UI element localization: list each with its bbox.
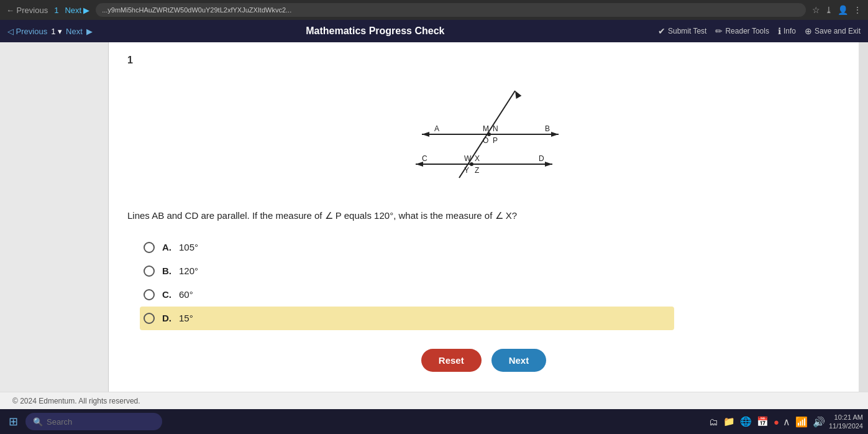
svg-text:P: P (493, 136, 498, 145)
search-bar[interactable]: 🔍 (25, 413, 162, 430)
reader-tools-button[interactable]: ✏ Reader Tools (715, 26, 769, 36)
svg-text:A: A (434, 124, 439, 133)
submit-icon: ✔ (658, 26, 665, 36)
choice-a-label: A. (162, 242, 171, 252)
svg-text:X: X (475, 154, 480, 163)
choice-a[interactable]: A. 105° (140, 236, 840, 259)
tray-arrow[interactable]: ∧ (783, 416, 790, 428)
choice-d-label: D. (162, 313, 171, 323)
main-container: 1 A B (0, 42, 868, 392)
svg-text:B: B (545, 124, 550, 133)
clock-date: 11/19/2024 (829, 422, 863, 430)
header-actions: ✔ Submit Test ✏ Reader Tools ℹ Info ⊕ Sa… (658, 26, 861, 36)
svg-text:N: N (493, 124, 498, 133)
svg-marker-7 (545, 162, 552, 167)
diagram-container: A B M N O P C D W X (127, 72, 840, 196)
choice-a-value: 105° (179, 242, 198, 252)
choice-b-label: B. (162, 265, 171, 276)
radio-d[interactable] (144, 313, 155, 324)
tray-wifi-icon[interactable]: 📶 (795, 416, 808, 428)
more-icon[interactable]: ⋮ (853, 5, 862, 15)
copyright-text: © 2024 Edmentum. All rights reserved. (12, 397, 140, 405)
tray-volume-icon[interactable]: 🔊 (813, 416, 825, 428)
browser-bar: ← Previous 1 Next ▶ ...y9mMi5hcHAuZWRtZW… (0, 0, 868, 20)
app-header: ◁ Previous 1 ▾ Next ▶ Mathematics Progre… (0, 20, 868, 42)
radio-c[interactable] (144, 289, 155, 300)
svg-marker-1 (512, 90, 521, 99)
prev-nav-button[interactable]: ← Previous (6, 6, 48, 15)
radio-b[interactable] (144, 265, 155, 277)
taskbar-folder-icon[interactable]: 📁 (723, 416, 735, 427)
user-icon[interactable]: 👤 (838, 5, 848, 15)
info-button[interactable]: ℹ Info (778, 26, 796, 36)
question-counter: 1 ▾ (51, 27, 62, 36)
search-icon: 🔍 (33, 417, 43, 427)
taskbar: ⊞ 🔍 🗂 📁 🌐 📅 ● ∧ 📶 🔊 10:21 AM 11/19/2024 (0, 409, 868, 434)
submit-label: Submit Test (668, 27, 706, 35)
taskbar-edge-icon[interactable]: 🌐 (740, 416, 752, 427)
header-nav: ◁ Previous 1 ▾ Next ▶ (7, 27, 93, 36)
next-button[interactable]: Next (491, 349, 547, 372)
next-button-header[interactable]: Next (66, 27, 83, 36)
left-panel (0, 42, 109, 392)
svg-marker-3 (422, 132, 429, 137)
content-area: 1 A B (109, 42, 859, 392)
svg-text:O: O (483, 136, 488, 145)
choice-b-value: 120° (179, 265, 198, 276)
reset-button[interactable]: Reset (421, 349, 482, 372)
button-row: Reset Next (127, 349, 840, 372)
svg-text:M: M (483, 124, 489, 133)
page-footer: © 2024 Edmentum. All rights reserved. (0, 392, 868, 409)
url-text: ...y9mMi5hcHAuZWRtZW50dW0uY29tL2xfYXJuZX… (102, 6, 291, 14)
browser-icons: ☆ ⤓ 👤 ⋮ (812, 5, 862, 15)
taskbar-file-icon[interactable]: 🗂 (709, 417, 718, 427)
geometry-diagram: A B M N O P C D W X (385, 72, 583, 196)
start-button[interactable]: ⊞ (5, 415, 22, 428)
answer-choices: A. 105° B. 120° C. 60° D. 15° (140, 236, 840, 330)
prev-button[interactable]: ◁ Previous (7, 27, 47, 36)
choice-b[interactable]: B. 120° (140, 259, 840, 283)
reader-icon: ✏ (715, 26, 723, 36)
download-icon[interactable]: ⤓ (825, 5, 833, 15)
choice-c-value: 60° (179, 289, 193, 300)
info-icon: ℹ (778, 26, 781, 36)
clock-time: 10:21 AM (829, 413, 863, 422)
next-nav-icon: ▶ (83, 6, 89, 15)
taskbar-calendar-icon[interactable]: 📅 (757, 416, 769, 427)
save-label: Save and Exit (815, 27, 861, 35)
submit-test-button[interactable]: ✔ Submit Test (658, 26, 706, 36)
taskbar-chrome-icon[interactable]: ● (774, 417, 779, 427)
svg-marker-4 (551, 132, 559, 137)
svg-text:W: W (464, 154, 472, 163)
choice-d-value: 15° (179, 313, 193, 323)
info-label: Info (783, 27, 796, 35)
right-panel (859, 42, 868, 392)
next-icon-header: ▶ (86, 27, 93, 36)
svg-text:C: C (422, 154, 427, 163)
svg-point-20 (487, 132, 491, 136)
taskbar-system-icons: 🗂 📁 🌐 📅 ● (709, 416, 779, 427)
star-icon[interactable]: ☆ (812, 5, 820, 15)
radio-a[interactable] (144, 242, 155, 253)
reader-label: Reader Tools (725, 27, 769, 35)
next-nav-button[interactable]: Next ▶ (65, 6, 89, 15)
question-num-nav: 1 (54, 6, 58, 15)
page-title: Mathematics Progress Check (93, 25, 658, 37)
url-bar[interactable]: ...y9mMi5hcHAuZWRtZW50dW0uY29tL2xfYXJuZX… (96, 3, 806, 17)
svg-point-21 (470, 162, 473, 166)
taskbar-clock: 10:21 AM 11/19/2024 (829, 413, 863, 431)
taskbar-tray: ∧ 📶 🔊 (783, 416, 825, 428)
question-number: 1 (127, 55, 840, 66)
save-exit-button[interactable]: ⊕ Save and Exit (805, 26, 861, 36)
question-text: Lines AB and CD are parallel. If the mea… (127, 209, 840, 223)
save-icon: ⊕ (805, 26, 812, 36)
choice-c-label: C. (162, 289, 171, 300)
choice-d[interactable]: D. 15° (140, 307, 674, 330)
choice-c[interactable]: C. 60° (140, 283, 840, 307)
next-nav-label: Next (65, 6, 81, 15)
svg-text:Y: Y (464, 166, 469, 175)
search-input[interactable] (47, 417, 152, 427)
svg-text:Z: Z (475, 166, 479, 175)
svg-text:D: D (539, 154, 544, 163)
